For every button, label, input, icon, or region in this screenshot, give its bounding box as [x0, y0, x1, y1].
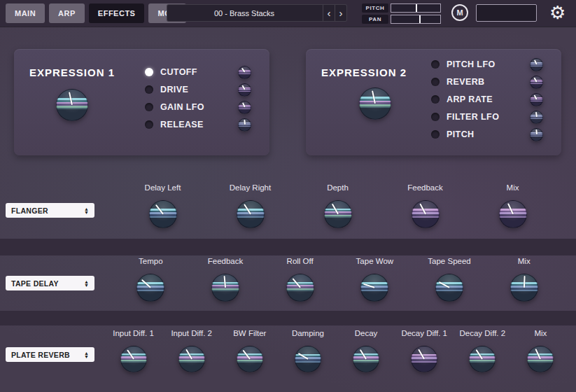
pan-label: PAN [362, 15, 388, 24]
target-label: REVERB [447, 77, 530, 87]
target-radio[interactable] [145, 103, 153, 111]
knob-feedback[interactable] [211, 274, 239, 302]
expression-target-row: ARP RATE [431, 92, 543, 106]
knob-feedback[interactable] [412, 200, 440, 228]
expression-target-row: FILTER LFO [431, 110, 543, 124]
knob-tape-wow[interactable] [360, 274, 388, 302]
top-bar: MAINARPEFFECTSMOD 00 - Brass Stacks ‹ › … [0, 0, 576, 27]
knob-damping[interactable] [295, 346, 321, 372]
target-label: FILTER LFO [447, 112, 530, 122]
tab-arp[interactable]: ARP [49, 4, 85, 23]
knob-mix[interactable] [527, 346, 554, 372]
knob-tempo[interactable] [136, 274, 164, 302]
expression-title: EXPRESSION 2 [321, 66, 407, 78]
knob-pitch[interactable] [530, 128, 543, 141]
settings-gear-icon[interactable]: ⚙ [549, 2, 566, 24]
pan-slider-thumb[interactable] [419, 15, 421, 23]
knob-gain-lfo[interactable] [238, 101, 251, 114]
target-label: GAIN LFO [160, 102, 238, 112]
knob-bw-filter[interactable] [237, 346, 263, 372]
knob-depth[interactable] [324, 200, 352, 228]
expression-amount-knob[interactable] [56, 89, 88, 121]
knob-reverb[interactable] [530, 76, 543, 89]
pitch-pan-controls: PITCH PAN [362, 4, 441, 26]
knob-decay-diff-1[interactable] [411, 346, 437, 372]
knob-pointer-indicator [298, 353, 309, 360]
effect-type-dropdown[interactable]: TAPE DELAY [6, 276, 94, 290]
knob-label: Delay Left [145, 183, 181, 192]
effect-type-label: TAPE DELAY [11, 279, 84, 288]
knob-pointer-indicator [535, 129, 538, 134]
effect-row: FLANGERDelay LeftDelay RightDepthFeedbac… [0, 176, 576, 239]
expression-panels: EXPRESSION 1CUTOFFDRIVEGAIN LFORELEASEEX… [14, 49, 561, 155]
effect-row: PLATE REVERBInput Diff. 1Input Diff. 2BW… [0, 326, 576, 392]
target-radio[interactable] [431, 60, 440, 69]
expression-amount-knob[interactable] [359, 88, 391, 120]
target-radio[interactable] [431, 113, 440, 121]
effect-type-dropdown[interactable]: FLANGER [6, 203, 94, 218]
target-radio[interactable] [431, 130, 440, 139]
pitch-slider[interactable] [391, 4, 441, 13]
output-display [476, 4, 537, 22]
effect-row: TAPE DELAYTempoFeedbackRoll OffTape WowT… [0, 255, 576, 311]
knob-cell: Depth [294, 183, 381, 228]
preset-selector[interactable]: 00 - Brass Stacks ‹ › [167, 4, 347, 22]
knob-cell: Input Diff. 2 [162, 329, 220, 372]
knob-roll-off[interactable] [286, 274, 314, 302]
mono-button[interactable]: M [451, 4, 468, 21]
knob-label: Tape Wow [356, 257, 393, 265]
expression-target-list: CUTOFFDRIVEGAIN LFORELEASE [145, 65, 251, 132]
knob-label: Decay Diff. 1 [401, 329, 447, 337]
pitch-row: PITCH [362, 4, 441, 13]
preset-arrows: ‹ › [323, 5, 346, 21]
knob-pointer-indicator [331, 204, 338, 214]
target-radio[interactable] [145, 68, 153, 76]
knob-input-diff-1[interactable] [120, 346, 147, 372]
preset-next-button[interactable]: › [335, 5, 346, 21]
knob-label: Input Diff. 1 [113, 329, 154, 337]
knob-mix[interactable] [499, 200, 527, 228]
knob-label: Delay Right [230, 183, 271, 192]
knob-input-diff-2[interactable] [178, 346, 205, 372]
knob-label: Feedback [208, 257, 244, 265]
target-radio[interactable] [145, 120, 153, 129]
knob-filter-lfo[interactable] [530, 111, 543, 124]
knob-decay-diff-2[interactable] [469, 346, 496, 372]
knob-arp-rate[interactable] [530, 93, 543, 106]
knob-delay-left[interactable] [149, 200, 177, 228]
knob-pitch-lfo[interactable] [530, 58, 543, 71]
knob-mix[interactable] [510, 274, 538, 302]
effect-type-label: PLATE REVERB [11, 351, 84, 359]
knob-cutoff[interactable] [238, 66, 251, 79]
effect-knob-strip: TempoFeedbackRoll OffTape WowTape SpeedM… [113, 255, 561, 302]
pan-slider[interactable] [391, 15, 441, 24]
target-radio[interactable] [145, 85, 153, 94]
tab-effects[interactable]: EFFECTS [89, 4, 145, 23]
knob-pointer-indicator [535, 111, 537, 117]
knob-label: Decay [355, 329, 378, 337]
knob-delay-right[interactable] [237, 200, 265, 228]
knob-pointer-indicator [533, 59, 537, 65]
preset-prev-button[interactable]: ‹ [323, 5, 335, 21]
tab-bar: MAINARPEFFECTSMOD [6, 4, 186, 23]
knob-pointer-indicator [533, 94, 537, 100]
knob-pointer-indicator [155, 204, 163, 214]
pitch-slider-thumb[interactable] [416, 4, 417, 12]
effect-type-dropdown[interactable]: PLATE REVERB [6, 347, 94, 362]
target-radio[interactable] [431, 78, 440, 86]
target-radio[interactable] [431, 95, 440, 104]
knob-cell: Delay Left [119, 183, 206, 228]
knob-decay[interactable] [353, 346, 379, 372]
knob-label: Input Diff. 2 [171, 329, 212, 337]
knob-tape-speed[interactable] [435, 274, 463, 302]
expression-target-row: RELEASE [145, 118, 251, 132]
knob-label: Roll Off [287, 257, 314, 265]
effect-type-label: FLANGER [11, 206, 84, 215]
row-separator [0, 239, 576, 255]
dropdown-arrows-icon [84, 280, 89, 287]
knob-pointer-indicator [476, 349, 483, 359]
target-label: PITCH LFO [447, 59, 530, 69]
knob-drive[interactable] [238, 83, 251, 97]
tab-main[interactable]: MAIN [6, 4, 45, 23]
knob-release[interactable] [238, 118, 251, 132]
